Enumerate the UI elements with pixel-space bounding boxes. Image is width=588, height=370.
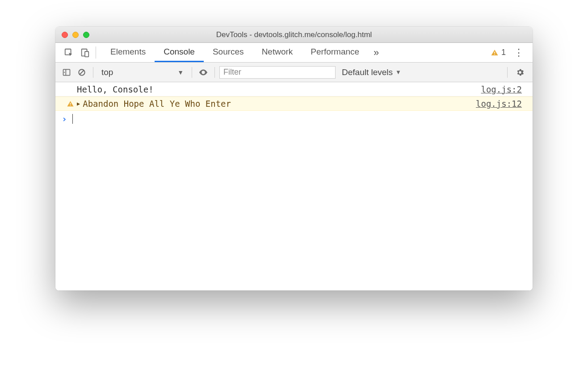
warning-icon: [491, 49, 499, 57]
console-warn-row: ▶ Abandon Hope All Ye Who Enter log.js:1…: [55, 97, 533, 111]
source-link[interactable]: log.js:2: [481, 84, 526, 94]
tab-performance[interactable]: Performance: [302, 43, 368, 62]
warning-icon: [67, 100, 74, 108]
divider: [93, 67, 93, 78]
warn-message: Abandon Hope All Ye Who Enter: [83, 99, 476, 109]
close-window-button[interactable]: [62, 32, 68, 38]
live-expression-icon[interactable]: [197, 66, 210, 79]
clear-console-icon[interactable]: [75, 66, 88, 79]
chevron-down-icon: ▼: [177, 69, 184, 76]
tab-sources[interactable]: Sources: [204, 43, 253, 62]
inspect-element-icon[interactable]: [62, 43, 76, 63]
svg-rect-3: [494, 51, 495, 53]
expand-toggle-icon[interactable]: ▶: [77, 101, 80, 107]
titlebar: DevTools - devtools.glitch.me/console/lo…: [55, 27, 533, 43]
context-label: top: [101, 67, 113, 77]
window-controls: [62, 32, 89, 38]
warnings-count: 1: [501, 48, 506, 57]
levels-label: Default levels: [342, 67, 393, 77]
prompt-icon: ›: [62, 114, 67, 124]
log-message: Hello, Console!: [77, 84, 481, 94]
zoom-window-button[interactable]: [83, 32, 89, 38]
svg-rect-11: [70, 105, 71, 105]
chevron-down-icon: ▼: [395, 69, 401, 76]
tabs-overflow-button[interactable]: »: [368, 43, 384, 62]
log-levels-selector[interactable]: Default levels ▼: [337, 67, 406, 77]
context-selector[interactable]: top ▼: [98, 67, 187, 77]
toggle-sidebar-icon[interactable]: [60, 66, 73, 79]
svg-rect-2: [85, 51, 88, 57]
tab-elements[interactable]: Elements: [101, 43, 155, 62]
svg-rect-4: [494, 54, 495, 55]
tabs-row: Elements Console Sources Network Perform…: [55, 43, 533, 63]
window-title: DevTools - devtools.glitch.me/console/lo…: [55, 30, 533, 39]
console-toolbar: top ▼ Default levels ▼: [55, 63, 533, 82]
console-settings-icon[interactable]: [512, 68, 528, 77]
text-cursor: [72, 114, 73, 124]
divider: [214, 67, 215, 78]
divider: [96, 46, 96, 59]
console-output: Hello, Console! log.js:2 ▶ Abandon Hope …: [55, 82, 533, 290]
source-link[interactable]: log.js:12: [476, 99, 526, 109]
warnings-badge[interactable]: 1: [487, 43, 509, 62]
filter-input[interactable]: [219, 66, 336, 79]
console-input-row[interactable]: ›: [55, 111, 533, 127]
svg-line-8: [80, 70, 84, 75]
tab-network[interactable]: Network: [253, 43, 302, 62]
devtools-window: DevTools - devtools.glitch.me/console/lo…: [55, 27, 533, 290]
device-toolbar-icon[interactable]: [78, 43, 92, 63]
divider: [192, 67, 192, 78]
settings-menu-button[interactable]: ⋮: [509, 43, 528, 62]
divider: [507, 67, 508, 78]
row-gutter: [55, 100, 77, 108]
console-log-row: Hello, Console! log.js:2: [55, 82, 533, 97]
minimize-window-button[interactable]: [72, 32, 79, 38]
tab-console[interactable]: Console: [155, 43, 204, 62]
svg-rect-10: [70, 103, 71, 105]
svg-point-9: [202, 71, 204, 73]
tabs: Elements Console Sources Network Perform…: [101, 43, 368, 62]
